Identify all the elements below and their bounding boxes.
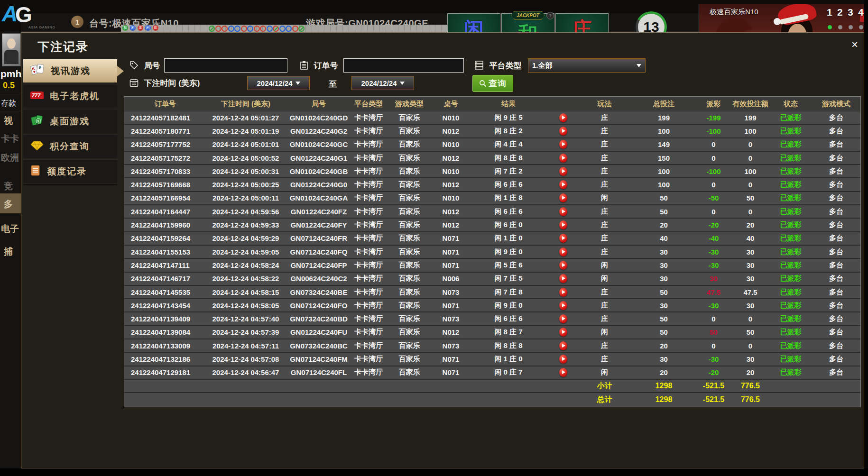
- replay-icon[interactable]: [559, 368, 567, 377]
- platform-cell: 卡卡湾厅: [352, 125, 385, 137]
- table-row[interactable]: 2412240471455352024-12-24 04:58:15GN0732…: [124, 286, 860, 299]
- lobby-nav-item[interactable]: 欧洲: [1, 152, 21, 164]
- camera-number[interactable]: 1: [827, 7, 832, 18]
- camera-number[interactable]: 3: [848, 7, 853, 18]
- replay-icon[interactable]: [559, 193, 567, 202]
- table-row[interactable]: 2412240571696682024-12-24 05:00:25GN0122…: [124, 178, 860, 192]
- table-row[interactable]: 2412240471291812024-12-24 04:56:47GN0712…: [124, 366, 860, 380]
- column-header: [549, 97, 577, 111]
- replay-icon[interactable]: [559, 234, 567, 243]
- table-row[interactable]: 2412240471471112024-12-24 04:58:24GN0712…: [124, 259, 860, 272]
- replay-icon[interactable]: [559, 180, 567, 189]
- table-row[interactable]: 2412240471599602024-12-24 04:59:33GN0122…: [124, 219, 860, 232]
- replay-icon[interactable]: [559, 328, 567, 337]
- replay-icon[interactable]: [559, 113, 567, 122]
- mode-cell: 多台: [812, 273, 860, 285]
- play-type-cell: 庄: [577, 125, 632, 137]
- round-cell: GN01024C240GA: [286, 192, 352, 204]
- camera-dot[interactable]: [859, 25, 863, 29]
- replay-cell: [549, 246, 577, 258]
- table-row[interactable]: 2412240471592642024-12-24 04:59:29GN0712…: [124, 232, 860, 246]
- table-row[interactable]: 2412240571824812024-12-24 05:01:27GN0102…: [124, 111, 860, 125]
- modal-menu-item-[interactable]: $桌面游戏: [23, 109, 117, 133]
- replay-icon[interactable]: [559, 140, 567, 149]
- table-row[interactable]: 2412240571752722024-12-24 05:00:52GN0122…: [124, 152, 860, 165]
- camera-number[interactable]: 4: [858, 7, 864, 18]
- table-row[interactable]: 2412240471467172024-12-24 04:58:22GN0062…: [124, 273, 860, 286]
- video-table-title: 极速百家乐N10: [710, 8, 758, 17]
- play-type-cell: 庄: [577, 286, 632, 298]
- table-row[interactable]: 2412240471644472024-12-24 04:59:56GN0122…: [124, 205, 860, 219]
- order-filter-label: 订单号: [300, 60, 338, 72]
- column-header: 有效投注额: [731, 97, 769, 111]
- lobby-nav-item[interactable]: 电子: [1, 223, 21, 235]
- replay-icon[interactable]: [559, 247, 567, 256]
- table-header-row: 订单号下注时间 (美东)局号平台类型游戏类型桌号结果玩法总投注派彩有效投注额状态…: [124, 97, 860, 111]
- replay-icon[interactable]: [559, 314, 567, 323]
- lobby-nav-item[interactable]: 卡卡: [1, 133, 21, 145]
- lobby-nav-item[interactable]: 竞: [4, 180, 21, 192]
- svg-text:777: 777: [32, 92, 41, 98]
- deposit-link[interactable]: 存款: [1, 99, 21, 109]
- points-diamond-icon: [30, 140, 44, 153]
- table-row[interactable]: 2412240471434542024-12-24 04:58:05GN0712…: [124, 299, 860, 312]
- game-type-cell: 百家乐: [385, 152, 434, 164]
- replay-icon[interactable]: [559, 288, 567, 297]
- table-row[interactable]: 2412240471551532024-12-24 04:59:05GN0712…: [124, 246, 860, 259]
- camera-dot[interactable]: [849, 25, 853, 29]
- camera-number[interactable]: 2: [837, 7, 843, 18]
- replay-icon[interactable]: [559, 261, 567, 270]
- jackpot-help-icon[interactable]: ?: [546, 12, 554, 19]
- table-row[interactable]: 2412240471394092024-12-24 04:57:40GN0732…: [124, 312, 860, 326]
- replay-icon[interactable]: [559, 167, 567, 176]
- game-type-cell: 百家乐: [385, 246, 434, 258]
- order-number-input[interactable]: [343, 58, 464, 73]
- valid-bet-cell: 30: [731, 353, 769, 365]
- close-icon[interactable]: ×: [848, 37, 862, 52]
- table-row[interactable]: 2412240571708332024-12-24 05:00:31GN0102…: [124, 165, 860, 178]
- play-type-cell: 庄: [577, 339, 632, 352]
- screen-right-edge: [864, 0, 868, 476]
- platform-type-select[interactable]: 1.全部: [528, 58, 646, 73]
- column-header: 派彩: [696, 97, 731, 111]
- table-cell: N012: [434, 205, 468, 218]
- replay-icon[interactable]: [559, 274, 567, 283]
- table-row[interactable]: 2412240471321862024-12-24 04:57:08GN0712…: [124, 353, 860, 366]
- lobby-nav-item[interactable]: 捕: [4, 246, 21, 258]
- lobby-nav-item[interactable]: 视: [4, 115, 21, 127]
- replay-icon[interactable]: [559, 355, 567, 364]
- mode-cell: 多台: [812, 219, 860, 231]
- table-row[interactable]: 2412240571669542024-12-24 05:00:11GN0102…: [124, 192, 860, 205]
- camera-dot[interactable]: [838, 25, 842, 29]
- modal-menu-item-[interactable]: 额度记录: [23, 159, 117, 183]
- replay-icon[interactable]: [559, 301, 567, 310]
- modal-menu-item-[interactable]: 777电子老虎机: [23, 84, 117, 108]
- table-row[interactable]: 2412240471390842024-12-24 04:57:39GN0122…: [124, 326, 860, 339]
- replay-icon[interactable]: [559, 207, 567, 216]
- play-type-cell: 庄: [577, 178, 632, 191]
- modal-menu-item-[interactable]: 积分查询: [23, 134, 117, 158]
- camera-active-dot[interactable]: [828, 25, 832, 29]
- date-from-select[interactable]: 2024/12/24: [247, 76, 310, 90]
- status-cell: 已派彩: [769, 286, 812, 298]
- table-cell: N012: [434, 219, 468, 231]
- round-number-input[interactable]: [164, 58, 287, 73]
- replay-icon[interactable]: [559, 127, 567, 136]
- replay-icon[interactable]: [559, 220, 567, 229]
- replay-icon[interactable]: [559, 154, 567, 163]
- date-to-select[interactable]: 2024/12/24: [351, 76, 414, 90]
- table-row[interactable]: 2412240571777522024-12-24 05:01:01GN0102…: [124, 138, 860, 152]
- replay-icon[interactable]: [559, 341, 567, 350]
- play-type-cell: 庄: [577, 111, 632, 124]
- table-row[interactable]: 2412240571807712024-12-24 05:01:19GN0122…: [124, 125, 860, 138]
- lobby-nav-item[interactable]: 多: [4, 198, 21, 211]
- modal-menu-item-active[interactable]: K♥9视讯游戏: [23, 59, 117, 82]
- table-cell: N010: [434, 138, 468, 151]
- round-cell: GN01024C240GD: [286, 111, 352, 124]
- result-cell: 闲 4 庄 4: [468, 138, 549, 151]
- table-row[interactable]: 2412240471330092024-12-24 04:57:11GN0732…: [124, 339, 860, 353]
- replay-cell: [549, 219, 577, 231]
- order-cell: 241224047155153: [124, 246, 206, 258]
- search-button[interactable]: 查询: [472, 75, 513, 92]
- valid-bet-cell: 40: [731, 232, 769, 245]
